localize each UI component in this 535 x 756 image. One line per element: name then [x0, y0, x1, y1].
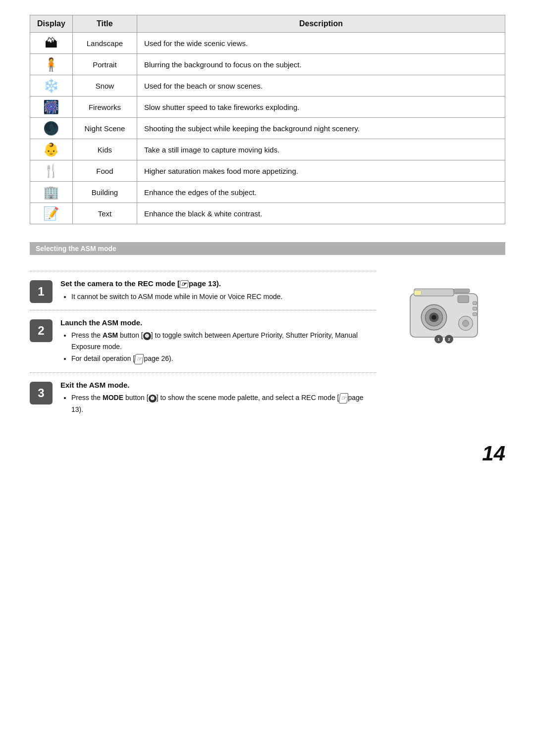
cell-title-0: Landscape — [72, 33, 137, 54]
table-row: 🏔LandscapeUsed for the wide scenic views… — [30, 33, 505, 54]
circle-2: ❷ — [149, 395, 157, 403]
svg-point-12 — [463, 320, 469, 327]
svg-text:2: 2 — [448, 337, 450, 342]
cell-title-5: Kids — [72, 139, 137, 160]
cell-desc-3: Slow shutter speed to take fireworks exp… — [137, 97, 505, 118]
cell-desc-4: Shooting the subject while keeping the b… — [137, 118, 505, 139]
cell-display-7: 🏢 — [30, 182, 73, 203]
step-3-bullets: Press the MODE button [❷] to show the sc… — [60, 392, 376, 415]
svg-rect-8 — [473, 302, 477, 304]
cell-display-8: 📝 — [30, 203, 73, 224]
camera-svg: 1 2 — [391, 274, 500, 353]
cell-title-3: Fireworks — [72, 97, 137, 118]
ref-icon-2: ☞ — [134, 354, 144, 364]
cell-desc-2: Used for the beach or snow scenes. — [137, 75, 505, 97]
step-3-row: 3 Exit the ASM mode. Press the MODE butt… — [30, 380, 376, 416]
svg-rect-7 — [458, 296, 469, 302]
step-1-content: Set the camera to the REC mode [☞page 13… — [60, 278, 376, 303]
cell-desc-8: Enhance the black & white contrast. — [137, 203, 505, 224]
dotted-sep-2 — [30, 310, 376, 310]
cell-display-4: 🌑 — [30, 118, 73, 139]
cell-desc-0: Used for the wide scenic views. — [137, 33, 505, 54]
dotted-sep-1 — [30, 271, 376, 271]
svg-point-5 — [431, 315, 436, 320]
step-2-content: Launch the ASM mode. Press the ASM butto… — [60, 317, 376, 365]
cell-display-6: 🍴 — [30, 160, 73, 182]
table-row: 🌑Night SceneShooting the subject while k… — [30, 118, 505, 139]
cell-title-4: Night Scene — [72, 118, 137, 139]
cell-desc-6: Higher saturation makes food more appeti… — [137, 160, 505, 182]
steps-area: 1 Set the camera to the REC mode [☞page … — [30, 264, 505, 422]
section-title: Selecting the ASM mode — [36, 245, 116, 252]
step-2-title: Launch the ASM mode. — [60, 318, 376, 327]
cell-display-0: 🏔 — [30, 33, 73, 54]
circle-1: ❶ — [143, 332, 151, 340]
cell-display-5: 👶 — [30, 139, 73, 160]
step-1-bullet-1: It cannot be switch to ASM mode while in… — [71, 291, 376, 302]
table-header-display: Display — [30, 15, 73, 33]
cell-desc-5: Take a still image to capture moving kid… — [137, 139, 505, 160]
cell-title-1: Portrait — [72, 54, 137, 75]
step-3-number: 3 — [30, 382, 53, 404]
ref-icon-1: ☞ — [179, 280, 189, 288]
step-1-title: Set the camera to the REC mode [☞page 13… — [60, 279, 376, 288]
svg-rect-10 — [473, 312, 477, 315]
camera-illustration: 1 2 — [386, 264, 505, 353]
step-2-row: 2 Launch the ASM mode. Press the ASM but… — [30, 317, 376, 365]
step-3-content: Exit the ASM mode. Press the MODE button… — [60, 380, 376, 416]
step-2-number: 2 — [30, 319, 53, 342]
table-row: 📝TextEnhance the black & white contrast. — [30, 203, 505, 224]
cell-desc-1: Blurring the background to focus on the … — [137, 54, 505, 75]
page-number: 14 — [482, 442, 505, 465]
step-1-bullets: It cannot be switch to ASM mode while in… — [60, 291, 376, 302]
cell-title-6: Food — [72, 160, 137, 182]
step-3-bullet-1: Press the MODE button [❷] to show the sc… — [71, 392, 376, 415]
svg-text:1: 1 — [437, 337, 440, 342]
table-header-description: Description — [137, 15, 505, 33]
table-row: 🏢BuildingEnhance the edges of the subjec… — [30, 182, 505, 203]
step-3-title: Exit the ASM mode. — [60, 381, 376, 389]
table-row: 🍴FoodHigher saturation makes food more a… — [30, 160, 505, 182]
svg-rect-9 — [473, 307, 477, 310]
ref-icon-3: ☞ — [338, 393, 348, 403]
scene-modes-table: Display Title Description 🏔LandscapeUsed… — [30, 15, 505, 224]
page-number-area: 14 — [30, 442, 505, 465]
svg-rect-6 — [414, 291, 421, 296]
cell-title-2: Snow — [72, 75, 137, 97]
cell-display-3: 🎆 — [30, 97, 73, 118]
cell-title-8: Text — [72, 203, 137, 224]
dotted-sep-3 — [30, 372, 376, 373]
cell-display-2: ❄️ — [30, 75, 73, 97]
step-1-number: 1 — [30, 280, 53, 303]
step-2-bullet-1: Press the ASM button [❶] to toggle switc… — [71, 330, 376, 352]
svg-rect-13 — [454, 289, 470, 293]
cell-display-1: 🧍 — [30, 54, 73, 75]
step-2-bullets: Press the ASM button [❶] to toggle switc… — [60, 330, 376, 364]
section-header-asm: Selecting the ASM mode — [30, 242, 505, 255]
table-row: 🧍PortraitBlurring the background to focu… — [30, 54, 505, 75]
table-row: 🎆FireworksSlow shutter speed to take fir… — [30, 97, 505, 118]
table-row: ❄️SnowUsed for the beach or snow scenes. — [30, 75, 505, 97]
table-header-title: Title — [72, 15, 137, 33]
step-1-title-text: Set the camera to the REC mode [☞page 13… — [60, 279, 221, 288]
step-1-row: 1 Set the camera to the REC mode [☞page … — [30, 278, 376, 303]
table-row: 👶KidsTake a still image to capture movin… — [30, 139, 505, 160]
steps-left: 1 Set the camera to the REC mode [☞page … — [30, 264, 376, 422]
cell-desc-7: Enhance the edges of the subject. — [137, 182, 505, 203]
cell-title-7: Building — [72, 182, 137, 203]
step-2-bullet-2: For detail operation [☞page 26). — [71, 353, 376, 364]
